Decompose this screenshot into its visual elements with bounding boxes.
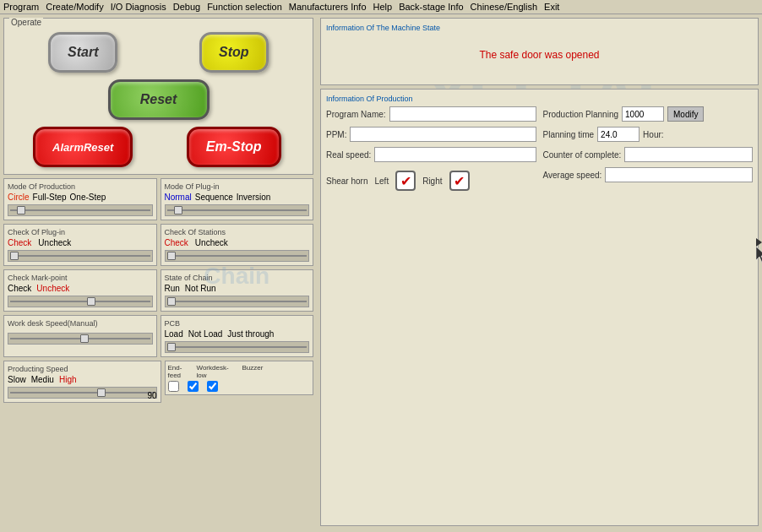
check-stations-options: Check Uncheck [165, 238, 310, 247]
mode-circle[interactable]: Circle [8, 193, 30, 202]
shear-horn-label: Shear horn [326, 176, 367, 186]
menu-item-help[interactable]: Help [373, 2, 393, 12]
mode-onestep[interactable]: One-Step [70, 193, 106, 202]
check-stations-check[interactable]: Check [165, 238, 188, 247]
speed-high[interactable]: High [59, 375, 77, 384]
buzzer-label: Buzzer [242, 364, 264, 379]
state-row: Check Mark-point Check Uncheck State of … [3, 269, 313, 312]
speed-mediu[interactable]: Mediu [31, 375, 54, 384]
modify-button[interactable]: Modify [667, 106, 704, 122]
planning-time-row: Planning time Hour: [543, 127, 754, 142]
production-info-section: Information Of Production Program Name: … [320, 89, 759, 526]
mode-sequence[interactable]: Sequence [195, 193, 233, 202]
mode-inversion[interactable]: Inversion [237, 193, 271, 202]
mode-normal[interactable]: Normal [165, 193, 192, 202]
speed-slider[interactable] [8, 387, 157, 399]
operate-section: Operate Start Stop Reset AlarmReset Em-S… [3, 18, 313, 175]
endfeed-label: End-feed [168, 364, 193, 379]
check-plugin-check[interactable]: Check [8, 238, 31, 247]
machine-state-section: Information Of The Machine State The saf… [320, 18, 759, 85]
right-label: Right [422, 176, 442, 186]
pcb-options: Load Not Load Just through [165, 329, 310, 339]
menu-item-i-o-diagnosis[interactable]: I/O Diagnosis [111, 2, 166, 12]
shear-horn-row: Shear horn Left Right [326, 171, 536, 191]
bottom-labels: End-feed Workdesk-low Buzzer [168, 364, 311, 379]
shear-right-checkbox[interactable] [449, 171, 470, 191]
markpoint-uncheck[interactable]: Uncheck [36, 284, 69, 293]
counter-complete-input[interactable] [624, 147, 753, 162]
left-label: Left [374, 176, 389, 186]
workdesk-pcb-row: Work desk Speed(Manual) PCB Load Not Loa… [3, 315, 313, 357]
menu-item-exit[interactable]: Exit [544, 2, 559, 12]
check-stations-indicator [165, 250, 310, 262]
menu-item-chinese-english[interactable]: Chinese/English [471, 2, 538, 12]
state-chain-label: State of Chain [165, 274, 310, 282]
workdesk-slider[interactable] [8, 333, 153, 345]
check-stations-uncheck[interactable]: Uncheck [195, 238, 228, 247]
production-planning-row: Production Planning Modify [543, 106, 754, 122]
endfeed-checkbox[interactable] [168, 381, 179, 392]
planning-time-label: Planning time [543, 130, 595, 139]
state-chain-options: Run Not Run [165, 284, 310, 293]
mode-plugin-label: Mode Of Plug-in [165, 182, 310, 191]
menu-item-debug[interactable]: Debug [173, 2, 200, 12]
menu-item-manufacturers-info[interactable]: Manufacturers Info [289, 2, 367, 12]
right-panel: YEETAI www.smtglobe.com Information Of T… [317, 14, 762, 529]
mode-plugin-slider[interactable] [165, 204, 310, 216]
check-plugin-section: Check Of Plug-in Check Uncheck [3, 224, 157, 266]
machine-state-message: The safe door was opened [326, 49, 753, 61]
hour-label: Hour: [643, 130, 663, 139]
reset-button[interactable]: Reset [108, 79, 210, 120]
markpoint-check[interactable]: Check [8, 284, 31, 293]
planning-time-input[interactable] [597, 127, 640, 142]
check-plugin-label: Check Of Plug-in [8, 228, 153, 236]
average-speed-input[interactable] [605, 167, 753, 182]
left-panel: Operate Start Stop Reset AlarmReset Em-S… [0, 14, 317, 529]
real-speed-input[interactable] [374, 147, 536, 162]
pcb-justthrough[interactable]: Just through [227, 329, 274, 339]
pcb-notload[interactable]: Not Load [188, 329, 223, 339]
menu-bar: const menuData = JSON.parse(document.get… [0, 0, 762, 14]
menu-item-back-stage-info[interactable]: Back-stage Info [399, 2, 463, 12]
real-speed-label: Real speed: [326, 150, 371, 160]
em-stop-button[interactable]: Em-Stop [187, 127, 281, 167]
pcb-load[interactable]: Load [165, 329, 183, 339]
check-markpoint-section: Check Mark-point Check Uncheck [3, 269, 157, 312]
mode-production-section: Mode Of Production Circle Full-Step One-… [3, 178, 157, 220]
program-name-input[interactable] [389, 106, 536, 122]
workdesk-low-checkbox[interactable] [188, 381, 199, 392]
menu-item-create-modify[interactable]: Create/Modify [46, 2, 103, 12]
check-plugin-options: Check Uncheck [8, 238, 153, 247]
producting-speed-label: Producting Speed [8, 365, 157, 373]
chain-notrun[interactable]: Not Run [185, 284, 216, 293]
start-button[interactable]: Start [48, 32, 117, 73]
check-stations-section: Check Of Stations Check Uncheck [161, 224, 314, 266]
real-speed-row: Real speed: [326, 147, 536, 162]
chain-run[interactable]: Run [165, 284, 180, 293]
program-name-label: Program Name: [326, 110, 386, 119]
left-fields: Program Name: PPM: Real speed: Shear hor… [326, 106, 536, 191]
checkbox-row [168, 381, 311, 392]
buzzer-checkbox[interactable] [207, 381, 218, 392]
ppm-label: PPM: [326, 130, 346, 139]
shear-left-checkbox[interactable] [395, 171, 416, 191]
menu-item-program[interactable]: Program [3, 2, 39, 12]
check-markpoint-label: Check Mark-point [8, 274, 153, 282]
check-plugin-uncheck[interactable]: Uncheck [38, 238, 71, 247]
speed-slow[interactable]: Slow [8, 375, 26, 384]
stop-button[interactable]: Stop [199, 32, 269, 73]
production-planning-input[interactable] [622, 106, 664, 122]
mode-fullstep[interactable]: Full-Step [33, 193, 67, 202]
chain-indicator: Chain [165, 296, 310, 307]
workdesk-speed-label: Work desk Speed(Manual) [8, 319, 153, 328]
alarm-reset-button[interactable]: AlarmReset [33, 127, 133, 167]
menu-item-function-selection[interactable]: Function selection [207, 2, 282, 12]
workdesk-speed-section: Work desk Speed(Manual) [3, 315, 157, 357]
counter-complete-row: Counter of complete: [543, 147, 754, 162]
counter-complete-label: Counter of complete: [543, 150, 622, 160]
ppm-input[interactable] [350, 127, 536, 142]
endfeed-workdesk-buzzer-section: End-feed Workdesk-low Buzzer [165, 361, 314, 395]
mode-production-slider[interactable] [8, 204, 153, 216]
average-speed-label: Average speed: [543, 171, 602, 180]
modes-row: Mode Of Production Circle Full-Step One-… [3, 178, 313, 220]
